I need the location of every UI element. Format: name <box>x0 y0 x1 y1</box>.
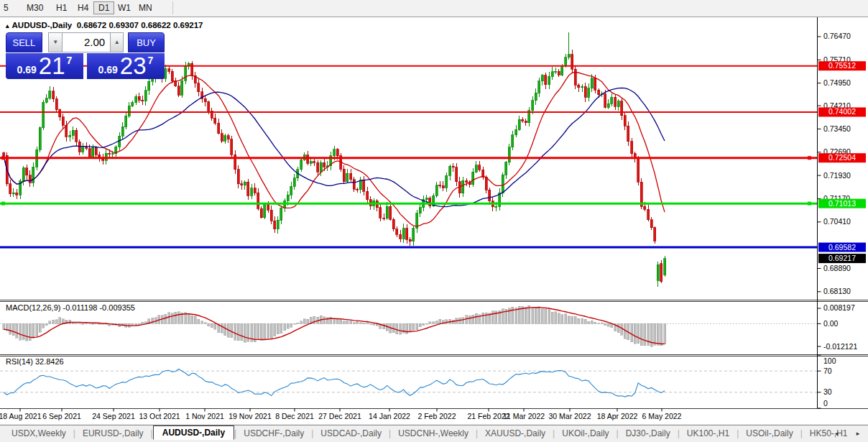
buy-price-small: 0.69 <box>98 64 118 75</box>
chart-tab-usdcnh-weekly[interactable]: USDCNH-,Weekly <box>391 427 476 440</box>
svg-text:70: 70 <box>823 367 832 375</box>
sell-price-small: 0.69 <box>17 64 37 75</box>
svg-text:0.73450: 0.73450 <box>823 124 851 133</box>
sell-button[interactable]: SELL <box>6 32 42 52</box>
chart-ohlc-values: 0.68672 0.69307 0.68622 0.69217 <box>77 21 203 29</box>
chart-tab-usdx-weekly[interactable]: USDX,Weekly <box>4 427 73 440</box>
timeframe-button-h1[interactable]: H1 <box>54 2 69 14</box>
timeframe-button-mn[interactable]: MN <box>137 2 154 14</box>
volume-decrease-button[interactable]: ▼ <box>48 32 62 52</box>
chart-tab-hk50-h1[interactable]: HK50-,H1 <box>803 427 855 440</box>
svg-text:0.70410: 0.70410 <box>823 217 851 226</box>
timeframe-button-w1[interactable]: W1 <box>116 2 133 14</box>
svg-text:14 Jan 2022: 14 Jan 2022 <box>369 412 410 420</box>
svg-text:6 Sep 2021: 6 Sep 2021 <box>42 412 81 420</box>
svg-text:30 Mar 2022: 30 Mar 2022 <box>549 412 591 420</box>
chart-tab-dj30-daily[interactable]: DJ30-,Daily <box>619 427 678 440</box>
rsi-label: RSI(14) 32.8426 <box>6 357 64 366</box>
svg-text:2 Feb 2022: 2 Feb 2022 <box>417 412 456 420</box>
svg-text:0.71930: 0.71930 <box>823 171 851 180</box>
svg-text:0.76470: 0.76470 <box>823 32 851 40</box>
svg-text:0.69582: 0.69582 <box>828 243 856 252</box>
svg-text:11 Mar 2022: 11 Mar 2022 <box>503 412 545 420</box>
svg-text:0.69217: 0.69217 <box>828 254 856 262</box>
collapse-icon[interactable]: ▴ <box>6 22 9 29</box>
svg-text:8 Dec 2021: 8 Dec 2021 <box>275 412 314 420</box>
svg-text:0.74950: 0.74950 <box>823 78 851 87</box>
buy-price-display[interactable]: 0.69 23 7 <box>87 53 165 79</box>
svg-text:0.74002: 0.74002 <box>828 107 856 116</box>
macd-label: MACD(12,26,9) -0.011198 -0.009355 <box>6 303 135 312</box>
volume-field[interactable]: 2.00 <box>63 32 110 52</box>
sell-price-display[interactable]: 0.69 21 7 <box>6 53 83 79</box>
svg-text:0.008197: 0.008197 <box>823 303 855 312</box>
svg-text:0.72504: 0.72504 <box>828 153 856 162</box>
sell-price-big: 21 <box>39 53 65 79</box>
chart-tab-usdchf-daily[interactable]: USDCHF-,Daily <box>236 427 311 440</box>
sell-price-sup: 7 <box>67 55 73 66</box>
chart-tab-ukoil-daily[interactable]: UKOil-,Daily <box>555 427 616 440</box>
tab-scroll-right-button[interactable]: ▸ <box>852 428 864 439</box>
chart-tab-uk100-h1[interactable]: UK100-,H1 <box>680 427 737 440</box>
chart-tab-bar: USDX,Weekly|EURUSD-,Daily|AUDUSD-,Daily|… <box>0 425 868 442</box>
svg-text:6 May 2022: 6 May 2022 <box>642 412 682 420</box>
chart-title: ▴AUDUSD-,Daily 0.68672 0.69307 0.68622 0… <box>6 21 203 29</box>
chart-tab-xauusd-daily[interactable]: XAUUSD-,Daily <box>478 427 553 440</box>
chart-tab-usdcad-daily[interactable]: USDCAD-,Daily <box>313 427 389 440</box>
timeframe-button-h4[interactable]: H4 <box>75 2 91 14</box>
svg-text:-0.012121: -0.012121 <box>823 342 857 351</box>
svg-text:0.00: 0.00 <box>823 319 839 328</box>
mt4-window: 5M30H1H4D1W1MN 0.764700.757100.749500.74… <box>0 0 868 442</box>
timeframe-toolbar: 5M30H1H4D1W1MN <box>0 0 868 17</box>
tab-scroll-left-button[interactable]: ◂ <box>831 428 842 439</box>
svg-text:0: 0 <box>823 399 828 408</box>
svg-text:13 Oct 2021: 13 Oct 2021 <box>139 412 180 420</box>
chart-tab-eurusd-daily[interactable]: EURUSD-,Daily <box>75 427 151 440</box>
svg-text:18 Apr 2022: 18 Apr 2022 <box>597 412 638 420</box>
svg-text:0.75512: 0.75512 <box>828 61 856 70</box>
timeframe-button-d1[interactable]: D1 <box>93 1 114 14</box>
volume-increase-button[interactable]: ▲ <box>110 32 124 52</box>
buy-price-sup: 7 <box>148 55 154 66</box>
buy-price-big: 23 <box>120 53 147 79</box>
chart-symbol-title: AUDUSD-,Daily <box>12 21 73 29</box>
svg-text:0.68890: 0.68890 <box>823 264 851 272</box>
buy-button[interactable]: BUY <box>128 32 165 52</box>
timeframe-button-5[interactable]: 5 <box>1 2 11 14</box>
svg-text:100: 100 <box>823 356 836 365</box>
toolbar-separator <box>172 1 173 14</box>
svg-text:1 Nov 2021: 1 Nov 2021 <box>185 412 224 420</box>
svg-text:24 Sep 2021: 24 Sep 2021 <box>92 412 135 420</box>
svg-text:19 Nov 2021: 19 Nov 2021 <box>228 412 272 420</box>
svg-text:30: 30 <box>823 387 832 396</box>
svg-text:18 Aug 2021: 18 Aug 2021 <box>0 412 42 420</box>
svg-text:0.71013: 0.71013 <box>828 199 856 208</box>
svg-text:0.68130: 0.68130 <box>823 287 851 295</box>
timeframe-button-m30[interactable]: M30 <box>24 2 45 14</box>
chart-tab-audusd-daily[interactable]: AUDUSD-,Daily <box>153 425 234 440</box>
one-click-trading-widget: SELL ▼ 2.00 ▲ BUY 0.69 21 7 0.69 23 7 <box>6 32 165 79</box>
svg-text:27 Dec 2021: 27 Dec 2021 <box>318 412 361 420</box>
chart-tab-usoil-daily[interactable]: USOil-,Daily <box>739 427 800 440</box>
